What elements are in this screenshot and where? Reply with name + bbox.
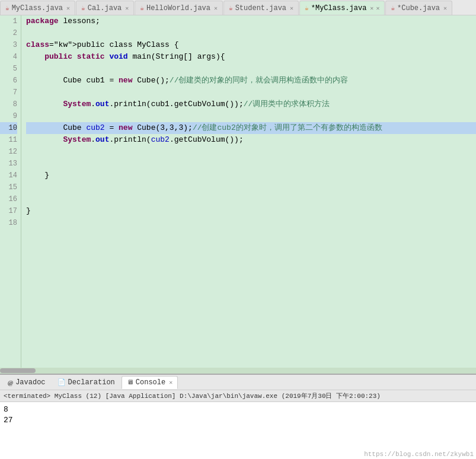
tab-close-5[interactable]: ✕ [370,5,373,12]
line-number-18: 18 [0,217,17,229]
console-line-2: 27 [4,415,472,426]
code-line-9 [26,110,476,122]
java-icon-1: ☕ [5,4,9,12]
tab-close-6[interactable]: ✕ [443,5,447,12]
tab-label-1: MyClass.java [12,4,63,12]
code-line-3: class="kw">public class MyClass { [26,39,476,51]
bottom-tab-javadoc[interactable]: @ Javadoc [2,376,51,389]
bottom-tab-declaration[interactable]: 📄 Declaration [52,376,120,389]
line-number-11: 11 [0,134,17,146]
code-line-11: System.out.println(cub2.getCubVolum()); [26,134,476,146]
bottom-tab-label-console: Console [136,378,165,387]
watermark: https://blog.csdn.net/zkywb1 [364,451,474,458]
code-line-5 [26,63,476,75]
line-number-12: 12 [0,146,17,158]
java-icon-6: ☕ [391,4,395,12]
scrollbar-thumb[interactable] [0,368,36,373]
line-number-7: 7 [0,87,17,98]
console-output: 8 27 [0,402,476,450]
console-line-1: 8 [4,404,472,415]
bottom-tab-bar: @ Javadoc 📄 Declaration 🖥 Console ✕ [0,375,476,390]
line-number-14: 14 [0,170,17,181]
line-number-5: 5 [0,63,17,75]
java-icon-2: ☕ [81,4,85,12]
tab-close-1[interactable]: ✕ [66,5,70,12]
code-line-17: } [26,205,476,217]
line-number-2: 2 [0,27,17,39]
tab-label-2: Cal.java [88,4,122,12]
tab-helloworldjava[interactable]: ☕ HelloWorld.java ✕ [135,1,223,15]
tab-close-3[interactable]: ✕ [214,5,218,12]
line-number-17: 17 [0,205,17,217]
code-line-10: Cube cub2 = new Cube(3,3,3);//创建cub2的对象时… [26,122,476,134]
declaration-icon: 📄 [57,378,66,386]
java-icon-3: ☕ [140,4,144,12]
code-line-18 [26,217,476,229]
line-number-8: 8 [0,98,17,110]
code-line-7 [26,87,476,98]
line-number-3: 3 [0,39,17,51]
code-line-1: package lessons; [26,15,476,27]
bottom-tab-label-declaration: Declaration [68,378,115,387]
tab-close-4[interactable]: ✕ [290,5,293,12]
line-number-6: 6 [0,75,17,87]
line-number-15: 15 [0,181,17,193]
code-line-6: Cube cub1 = new Cube();//创建类的对象的同时，就会调用构… [26,75,476,87]
code-line-8: System.out.println(cub1.getCubVolum());/… [26,98,476,110]
java-icon-5: ☕ [305,4,309,12]
tab-myclassjava1[interactable]: ☕ MyClass.java ✕ [0,1,75,15]
editor: 123456789101112131415161718 package less… [0,15,476,368]
line-number-10: 10 [0,122,17,134]
line-number-13: 13 [0,158,17,170]
line-number-4: 4 [0,51,17,63]
javadoc-icon: @ [8,379,13,386]
tab-close-2[interactable]: ✕ [125,5,129,12]
tab-studentjava[interactable]: ☕ Student.java ✕ [223,1,299,15]
bottom-tab-label-javadoc: Javadoc [15,378,45,387]
tab-marker-5: ✕ [376,5,379,12]
tab-bar: ☕ MyClass.java ✕ ☕ Cal.java ✕ ☕ HelloWor… [0,0,476,15]
code-line-4: public static void main(String[] args){ [26,51,476,63]
line-numbers: 123456789101112131415161718 [0,15,21,368]
line-number-9: 9 [0,110,17,122]
tab-myclassjava2[interactable]: ☕ *MyClass.java ✕ ✕ [299,1,385,15]
bottom-tab-console[interactable]: 🖥 Console ✕ [122,376,178,389]
code-line-13 [26,158,476,170]
tab-cubejava[interactable]: ☕ *Cube.java ✕ [385,1,452,15]
tab-label-5: *MyClass.java [311,4,367,12]
line-number-16: 16 [0,193,17,205]
tab-label-6: *Cube.java [397,4,440,12]
tab-label-3: HelloWorld.java [146,4,210,12]
console-icon: 🖥 [127,378,133,386]
code-line-2 [26,27,476,39]
tab-label-4: Student.java [235,4,286,12]
console-header: <terminated> MyClass (12) [Java Applicat… [0,390,476,402]
code-line-16 [26,193,476,205]
console-close[interactable]: ✕ [169,379,172,386]
bottom-panel: @ Javadoc 📄 Declaration 🖥 Console ✕ <ter… [0,374,476,459]
line-number-1: 1 [0,15,17,27]
tab-caljava[interactable]: ☕ Cal.java ✕ [76,1,134,15]
java-icon-4: ☕ [229,4,233,12]
code-line-12 [26,146,476,158]
code-line-15 [26,181,476,193]
code-area[interactable]: package lessons; class="kw">public class… [21,15,476,368]
horizontal-scrollbar[interactable] [0,368,476,374]
code-line-14: } [26,170,476,181]
